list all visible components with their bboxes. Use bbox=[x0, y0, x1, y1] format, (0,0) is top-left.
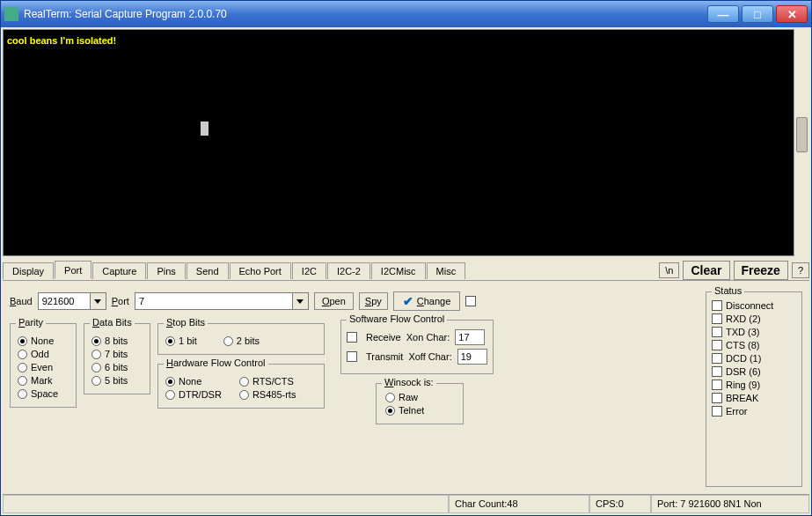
tab-echoport[interactable]: Echo Port bbox=[230, 262, 291, 279]
tab-bar: Display Port Capture Pins Send Echo Port… bbox=[3, 260, 809, 281]
status-dcd: DCD (1) bbox=[712, 353, 796, 364]
tab-send[interactable]: Send bbox=[187, 262, 229, 279]
parity-group: Parity None Odd Even Mark Space bbox=[10, 323, 77, 408]
parity-even[interactable]: Even bbox=[18, 362, 69, 372]
terminal-text: cool beans I'm isolated! bbox=[7, 35, 116, 46]
databits-group: Data Bits 8 bits 7 bits 6 bits 5 bits bbox=[84, 323, 150, 394]
hwflow-rs485[interactable]: RS485-rts bbox=[239, 389, 296, 400]
stopbits-group: Stop Bits 1 bit 2 bits bbox=[157, 323, 325, 355]
status-break: BREAK bbox=[712, 393, 796, 403]
status-error: Error bbox=[712, 406, 796, 416]
titlebar[interactable]: RealTerm: Serial Capture Program 2.0.0.7… bbox=[1, 1, 811, 27]
port-input[interactable] bbox=[135, 292, 293, 310]
app-window: RealTerm: Serial Capture Program 2.0.0.7… bbox=[0, 0, 812, 516]
status-group: Status Disconnect RXD (2) TXD (3) CTS (8… bbox=[706, 291, 802, 487]
baud-input[interactable] bbox=[38, 292, 91, 310]
winsock-telnet[interactable]: Telnet bbox=[385, 405, 454, 416]
tab-display[interactable]: Display bbox=[3, 262, 54, 279]
port-dropdown-button[interactable] bbox=[293, 292, 309, 310]
databits-title: Data Bits bbox=[90, 317, 135, 328]
receive-label: Receive bbox=[366, 332, 401, 343]
hwflow-rtscts[interactable]: RTS/CTS bbox=[239, 376, 296, 387]
scrollbar-thumb[interactable] bbox=[796, 117, 808, 152]
change-checkbox[interactable] bbox=[465, 296, 476, 306]
statusbar-port: Port: 7 921600 8N1 Non bbox=[651, 495, 809, 513]
winsock-group: Winsock is: Raw Telnet bbox=[376, 383, 464, 424]
status-cts: CTS (8) bbox=[712, 340, 796, 350]
databits-5[interactable]: 5 bits bbox=[91, 375, 143, 386]
baud-dropdown-button[interactable] bbox=[91, 292, 106, 310]
tab-port[interactable]: Port bbox=[55, 261, 91, 279]
transmit-checkbox[interactable] bbox=[347, 351, 357, 362]
open-button[interactable]: Open bbox=[314, 292, 354, 310]
maximize-button[interactable]: □ bbox=[742, 5, 773, 23]
chevron-down-icon bbox=[94, 299, 101, 304]
help-button[interactable]: ? bbox=[792, 262, 809, 278]
window-title: RealTerm: Serial Capture Program 2.0.0.7… bbox=[24, 8, 707, 20]
xoff-input[interactable] bbox=[457, 349, 487, 365]
stopbits-2[interactable]: 2 bits bbox=[223, 335, 260, 346]
chevron-down-icon bbox=[296, 299, 304, 304]
change-button[interactable]: ✔ Change bbox=[393, 291, 461, 311]
hwflow-dtrdsr[interactable]: DTR/DSR bbox=[165, 389, 222, 400]
tab-i2c[interactable]: I2C bbox=[292, 262, 326, 279]
databits-8[interactable]: 8 bits bbox=[91, 335, 143, 346]
statusbar-spacer bbox=[3, 495, 449, 513]
status-rxd: RXD (2) bbox=[712, 313, 796, 324]
xon-input[interactable] bbox=[455, 329, 485, 345]
winsock-raw[interactable]: Raw bbox=[385, 392, 454, 402]
tab-capture[interactable]: Capture bbox=[92, 262, 146, 279]
status-dsr: DSR (6) bbox=[712, 366, 796, 377]
statusbar: Char Count:48 CPS:0 Port: 7 921600 8N1 N… bbox=[3, 494, 809, 513]
tab-misc[interactable]: Misc bbox=[427, 262, 466, 279]
tab-pins[interactable]: Pins bbox=[147, 262, 185, 279]
baud-label: Baud bbox=[10, 296, 33, 306]
status-disconnect: Disconnect bbox=[712, 300, 796, 311]
status-txd: TXD (3) bbox=[712, 327, 796, 337]
transmit-label: Transmit bbox=[366, 351, 403, 362]
parity-none[interactable]: None bbox=[18, 335, 69, 346]
databits-7[interactable]: 7 bits bbox=[91, 349, 143, 359]
hwflow-group: Hardware Flow Control None DTR/DSR RTS/C… bbox=[157, 364, 325, 409]
receive-checkbox[interactable] bbox=[347, 332, 357, 343]
stopbits-title: Stop Bits bbox=[164, 317, 208, 328]
terminal-scrollbar[interactable] bbox=[794, 29, 809, 256]
checkmark-icon: ✔ bbox=[403, 294, 413, 308]
parity-odd[interactable]: Odd bbox=[18, 349, 69, 359]
stopbits-1[interactable]: 1 bit bbox=[165, 335, 197, 346]
port-panel: Baud Port Open Spy ✔ Change bbox=[3, 281, 809, 494]
spy-button[interactable]: Spy bbox=[359, 292, 388, 310]
xoff-label: Xoff Char: bbox=[408, 351, 451, 362]
statusbar-cps: CPS:0 bbox=[589, 495, 651, 513]
swflow-group: Software Flow Control Receive Xon Char: … bbox=[340, 320, 494, 374]
tab-i2cmisc[interactable]: I2CMisc bbox=[371, 262, 426, 279]
clear-button[interactable]: Clear bbox=[683, 261, 729, 280]
swflow-title: Software Flow Control bbox=[347, 313, 447, 324]
parity-mark[interactable]: Mark bbox=[18, 375, 69, 386]
xon-label: Xon Char: bbox=[406, 332, 450, 343]
parity-space[interactable]: Space bbox=[18, 388, 69, 399]
port-label: Port bbox=[112, 296, 129, 306]
terminal-output[interactable]: cool beans I'm isolated! bbox=[3, 29, 809, 256]
hwflow-title: Hardware Flow Control bbox=[164, 358, 268, 368]
terminal-cursor bbox=[201, 122, 208, 136]
newline-button[interactable]: \n bbox=[659, 262, 679, 278]
freeze-button[interactable]: Freeze bbox=[734, 261, 788, 280]
parity-title: Parity bbox=[16, 317, 46, 328]
status-title: Status bbox=[712, 285, 744, 296]
tab-i2c2[interactable]: I2C-2 bbox=[327, 262, 370, 279]
databits-6[interactable]: 6 bits bbox=[91, 362, 143, 372]
status-ring: Ring (9) bbox=[712, 380, 796, 390]
hwflow-none[interactable]: None bbox=[165, 376, 222, 387]
close-button[interactable]: ✕ bbox=[776, 5, 808, 23]
app-icon bbox=[4, 7, 18, 21]
statusbar-charcount: Char Count:48 bbox=[449, 495, 589, 513]
winsock-title: Winsock is: bbox=[382, 377, 436, 387]
minimize-button[interactable]: — bbox=[707, 5, 739, 23]
